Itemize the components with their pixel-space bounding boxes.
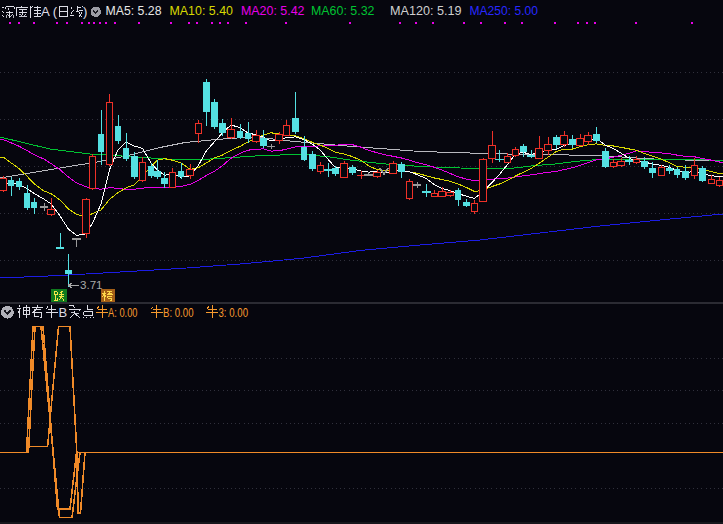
svg-text:MA120: 5.19: MA120: 5.19 (390, 3, 462, 18)
svg-text:A: 0.00: A: 0.00 (108, 305, 138, 320)
svg-text:3: 0.00: 3: 0.00 (219, 305, 249, 320)
svg-text:): ) (83, 4, 87, 19)
svg-text:3.71: 3.71 (80, 278, 103, 291)
svg-text:B: 0.00: B: 0.00 (163, 305, 194, 320)
svg-text:A (: A ( (41, 4, 58, 19)
svg-text:B: B (59, 305, 68, 320)
svg-text:MA20: 5.42: MA20: 5.42 (241, 3, 305, 18)
svg-text:MA10: 5.40: MA10: 5.40 (170, 3, 234, 18)
svg-text:MA5: 5.28: MA5: 5.28 (106, 3, 162, 18)
svg-text:MA250: 5.00: MA250: 5.00 (470, 3, 539, 18)
svg-text:MA60: 5.32: MA60: 5.32 (311, 3, 375, 18)
